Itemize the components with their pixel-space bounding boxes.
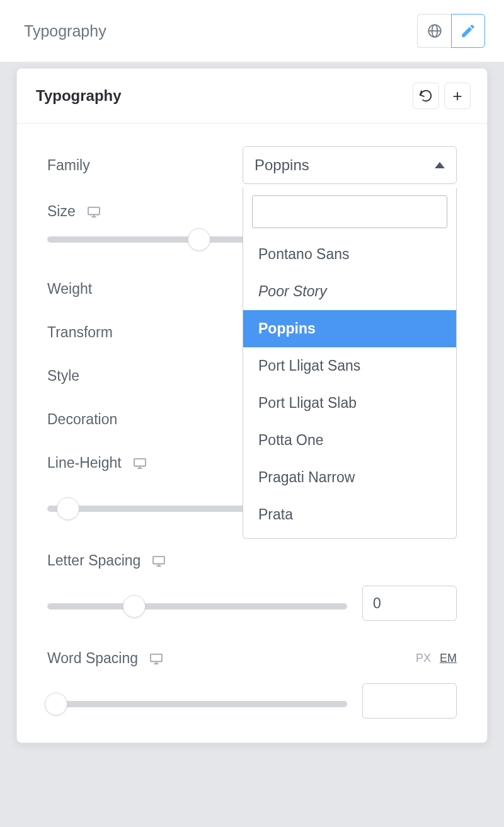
decoration-label: Decoration <box>47 411 117 428</box>
wordspacing-units: PX EM <box>416 652 457 665</box>
wordspacing-slider-thumb[interactable] <box>45 693 67 715</box>
globe-button[interactable] <box>417 14 451 48</box>
desktop-icon[interactable] <box>87 206 101 217</box>
family-option[interactable]: Prata <box>243 496 456 533</box>
family-option[interactable]: Poor Story <box>243 273 456 310</box>
family-search-input[interactable] <box>252 195 447 228</box>
wordspacing-block: Word Spacing PX EM <box>47 650 457 719</box>
wordspacing-label: Word Spacing <box>47 650 138 667</box>
svg-rect-3 <box>88 207 100 214</box>
family-option-selected[interactable]: Poppins <box>243 310 456 347</box>
family-dropdown[interactable]: Pontano Sans Poor Story Poppins Port Lli… <box>243 188 457 539</box>
svg-rect-6 <box>134 458 146 466</box>
svg-rect-12 <box>151 654 162 661</box>
letterspacing-slider[interactable] <box>47 597 347 610</box>
family-row: Family Poppins <box>47 146 457 184</box>
globe-icon <box>427 23 443 39</box>
lineheight-slider-thumb[interactable] <box>57 497 79 520</box>
letterspacing-input[interactable] <box>362 586 457 621</box>
transform-label: Transform <box>47 324 113 341</box>
header-buttons: + <box>413 83 471 109</box>
family-select[interactable]: Poppins <box>243 146 457 184</box>
svg-rect-9 <box>153 556 164 564</box>
wordspacing-slider[interactable] <box>47 695 347 707</box>
size-label: Size <box>47 203 76 220</box>
plus-icon: + <box>452 86 462 106</box>
panel-header: Typography + <box>17 69 487 124</box>
wordspacing-slider-wrap <box>47 683 457 719</box>
caret-up-icon <box>435 162 445 168</box>
desktop-icon[interactable] <box>133 458 147 469</box>
size-slider-thumb[interactable] <box>188 228 210 251</box>
reset-button[interactable] <box>413 83 439 109</box>
letterspacing-slider-wrap <box>47 586 457 621</box>
family-option[interactable]: Potta One <box>243 422 456 459</box>
panel-title: Typography <box>36 87 122 105</box>
letterspacing-label: Letter Spacing <box>47 552 140 569</box>
top-bar: Typography <box>0 0 504 62</box>
section-title: Typography <box>24 22 106 40</box>
desktop-icon[interactable] <box>152 555 166 567</box>
letterspacing-block: Letter Spacing <box>47 552 457 621</box>
family-option[interactable]: Pragati Narrow <box>243 459 456 496</box>
top-buttons <box>417 14 485 48</box>
wordspacing-input[interactable] <box>362 683 457 719</box>
wordspacing-unit-em[interactable]: EM <box>440 652 457 665</box>
letterspacing-header: Letter Spacing <box>47 552 457 569</box>
family-option[interactable]: Pontano Sans <box>243 236 456 273</box>
panel-body: Family Poppins Size Weight <box>17 124 487 743</box>
add-button[interactable]: + <box>444 83 471 109</box>
undo-icon <box>419 89 433 103</box>
edit-button[interactable] <box>451 14 485 48</box>
family-label: Family <box>47 157 90 174</box>
lineheight-label: Line-Height <box>47 454 122 471</box>
wordspacing-header: Word Spacing PX EM <box>47 650 457 667</box>
pencil-icon <box>460 23 476 39</box>
weight-label: Weight <box>47 280 92 298</box>
letterspacing-slider-thumb[interactable] <box>123 595 146 618</box>
family-selected-value: Poppins <box>255 156 309 174</box>
typography-panel: Typography + Family Poppins Size <box>16 68 488 743</box>
style-label: Style <box>47 367 79 385</box>
family-option[interactable]: Port Lligat Slab <box>243 385 456 422</box>
wordspacing-unit-px[interactable]: PX <box>416 652 431 665</box>
family-option[interactable]: Port Lligat Sans <box>243 347 456 385</box>
desktop-icon[interactable] <box>149 653 163 664</box>
